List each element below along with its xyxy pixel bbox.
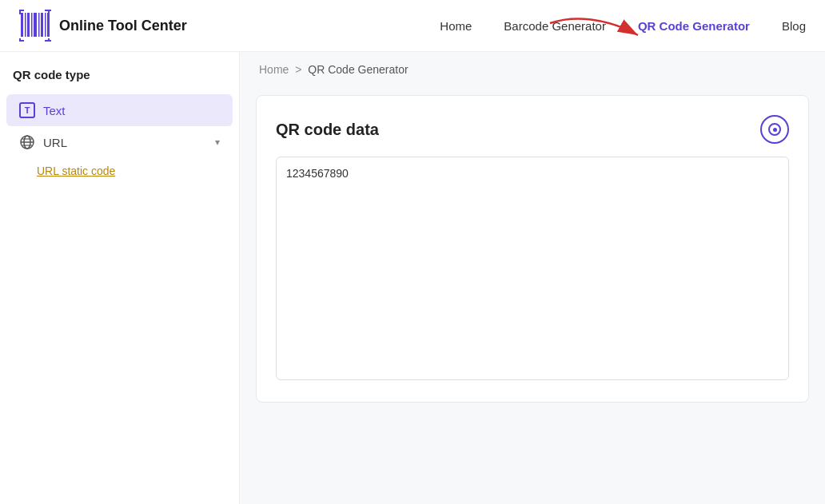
svg-rect-12 <box>48 10 50 14</box>
globe-icon <box>19 134 35 150</box>
svg-rect-5 <box>38 13 40 37</box>
content-card: QR code data <box>256 95 809 403</box>
qr-settings-button[interactable] <box>760 115 789 144</box>
nav-qr-container: QR Code Generator <box>638 19 750 33</box>
nav-home[interactable]: Home <box>440 19 472 33</box>
qr-target-icon <box>768 123 781 136</box>
main-content: Home > QR Code Generator QR code data <box>240 52 825 504</box>
qr-data-textarea[interactable] <box>276 157 789 380</box>
chevron-down-icon: ▾ <box>215 137 220 148</box>
logo-icon <box>19 10 51 42</box>
site-title: Online Tool Center <box>59 18 187 34</box>
nav-qr-generator[interactable]: QR Code Generator <box>638 19 750 33</box>
svg-rect-2 <box>27 13 30 37</box>
nav-barcode[interactable]: Barcode Generator <box>504 19 606 33</box>
svg-rect-14 <box>19 40 24 42</box>
svg-rect-16 <box>45 40 51 42</box>
svg-rect-8 <box>47 13 50 37</box>
card-header: QR code data <box>276 115 789 144</box>
svg-rect-6 <box>41 13 43 37</box>
breadcrumb-separator: > <box>295 63 301 76</box>
url-static-link[interactable]: URL static code <box>0 158 239 184</box>
svg-rect-4 <box>34 13 37 37</box>
main-nav: Home Barcode Generator QR Code Generator… <box>440 19 806 33</box>
sidebar-item-text[interactable]: T Text <box>6 94 233 126</box>
sidebar-text-label: Text <box>43 104 66 117</box>
text-type-icon: T <box>19 102 35 118</box>
sidebar-item-url[interactable]: URL ▾ <box>6 126 233 158</box>
qr-dot-icon <box>773 128 777 132</box>
breadcrumb-home[interactable]: Home <box>259 63 289 76</box>
card-title: QR code data <box>276 121 379 139</box>
sidebar-title: QR code type <box>0 68 239 94</box>
breadcrumb: Home > QR Code Generator <box>240 52 825 87</box>
header: Online Tool Center Home Barcode Generato… <box>0 0 825 52</box>
svg-rect-7 <box>45 13 46 37</box>
svg-rect-3 <box>31 13 33 37</box>
svg-rect-10 <box>19 10 21 14</box>
svg-rect-0 <box>21 13 23 37</box>
sidebar-url-label: URL <box>43 136 67 149</box>
logo-area: Online Tool Center <box>19 10 187 42</box>
breadcrumb-current: QR Code Generator <box>308 63 408 76</box>
page-layout: QR code type T Text URL ▾ URL static cod… <box>0 52 825 504</box>
sidebar: QR code type T Text URL ▾ URL static cod… <box>0 52 240 504</box>
nav-blog[interactable]: Blog <box>782 19 806 33</box>
svg-rect-1 <box>25 13 26 37</box>
